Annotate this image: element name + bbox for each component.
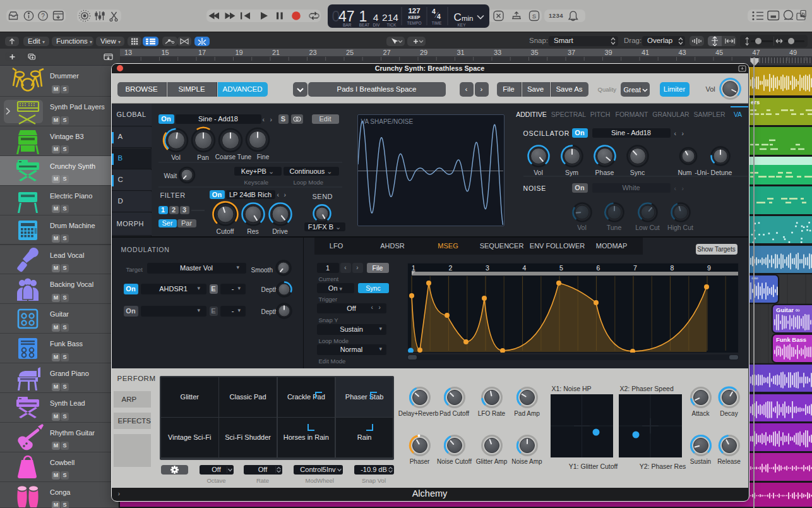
svg-text:39: 39 [605, 49, 612, 56]
svg-text:127: 127 [408, 7, 420, 15]
svg-text:?: ? [41, 13, 45, 20]
svg-text:214: 214 [382, 12, 398, 23]
svg-text:13: 13 [124, 49, 132, 56]
svg-text:4: 4 [522, 264, 526, 272]
svg-text:1234: 1234 [549, 12, 563, 19]
svg-text:7: 7 [633, 264, 637, 272]
svg-text:S: S [532, 13, 536, 20]
svg-text:KEEP: KEEP [408, 15, 420, 20]
svg-text:1: 1 [412, 264, 415, 272]
svg-text:25: 25 [346, 49, 354, 56]
svg-text:41: 41 [642, 49, 649, 56]
svg-text:4: 4 [373, 12, 379, 23]
svg-text:19: 19 [236, 49, 243, 56]
svg-text:35: 35 [531, 49, 539, 56]
svg-text:49: 49 [789, 49, 797, 56]
svg-text:47: 47 [753, 49, 760, 56]
svg-text:9: 9 [707, 264, 711, 272]
svg-text:23: 23 [309, 49, 317, 56]
svg-text:Cmin: Cmin [454, 11, 474, 23]
svg-text:45: 45 [715, 49, 723, 56]
svg-text:8: 8 [670, 264, 674, 272]
svg-text:5: 5 [559, 264, 563, 272]
svg-text:TIME: TIME [432, 21, 442, 25]
svg-text:27: 27 [383, 49, 391, 56]
svg-text:37: 37 [568, 49, 575, 56]
svg-text:TICK: TICK [387, 23, 397, 27]
svg-text:BEAT: BEAT [359, 23, 370, 27]
svg-text:21: 21 [272, 49, 280, 56]
svg-text:BAR: BAR [343, 23, 352, 27]
svg-text:2: 2 [448, 264, 452, 272]
svg-text:DIV: DIV [373, 23, 381, 27]
svg-text:3: 3 [486, 264, 489, 272]
svg-text:KEY: KEY [457, 23, 466, 27]
svg-text:43: 43 [679, 49, 686, 56]
svg-text:15: 15 [162, 49, 169, 56]
svg-text:29: 29 [420, 49, 427, 56]
svg-text:33: 33 [494, 49, 501, 56]
svg-text:6: 6 [596, 264, 600, 272]
svg-text:4: 4 [432, 8, 436, 15]
svg-text:31: 31 [457, 49, 465, 56]
svg-text:17: 17 [198, 49, 206, 56]
svg-text:TEMPO: TEMPO [407, 21, 421, 25]
